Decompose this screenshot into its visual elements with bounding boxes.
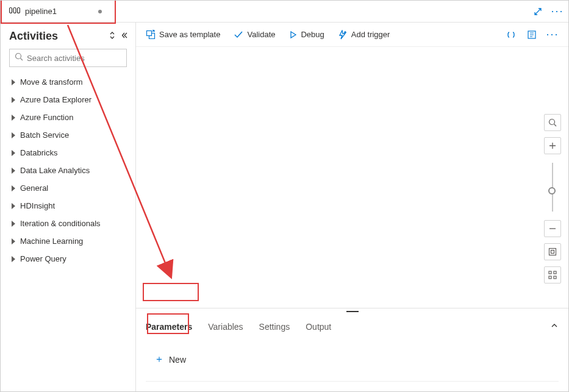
validate-button[interactable]: Validate: [234, 30, 275, 40]
activity-group-machine-learning[interactable]: Machine Learning: [5, 232, 131, 250]
svg-rect-1: [13, 8, 16, 13]
activity-label: Data Lake Analytics: [20, 166, 90, 175]
new-button-label: New: [169, 355, 186, 365]
tab-variables[interactable]: Variables: [208, 319, 243, 334]
debug-label: Debug: [301, 30, 324, 39]
caret-right-icon: [12, 185, 15, 191]
svg-rect-0: [10, 8, 12, 13]
pipeline-icon: [9, 6, 20, 16]
caret-right-icon: [12, 256, 15, 262]
activity-label: Batch Service: [20, 130, 69, 140]
add-trigger-button[interactable]: Add trigger: [338, 30, 390, 40]
unsaved-dot-icon: [98, 10, 102, 13]
svg-rect-9: [549, 271, 551, 274]
properties-button[interactable]: [526, 29, 538, 41]
validate-label: Validate: [247, 30, 275, 39]
svg-rect-7: [549, 249, 556, 255]
tab-parameters[interactable]: Parameters: [146, 319, 192, 334]
activities-title: Activities: [1, 30, 135, 49]
ellipsis-icon: ···: [551, 5, 564, 18]
svg-point-6: [549, 119, 555, 125]
activity-label: Move & transform: [20, 77, 83, 87]
activity-group-databricks[interactable]: Databricks: [5, 144, 131, 162]
zoom-fit-button[interactable]: [544, 243, 561, 260]
pipeline-tab[interactable]: pipeline1: [1, 1, 110, 23]
collapse-sidebar-button[interactable]: [120, 30, 132, 43]
activity-label: Databricks: [20, 148, 57, 157]
zoom-slider[interactable]: [552, 163, 553, 212]
zoom-controls: [544, 114, 561, 283]
activity-label: Azure Data Explorer: [20, 95, 91, 104]
activity-group-power-query[interactable]: Power Query: [5, 250, 131, 268]
save-as-template-button[interactable]: Save as template: [146, 30, 220, 40]
pipeline-canvas[interactable]: [136, 47, 568, 308]
activities-title-label: Activities: [9, 30, 58, 43]
tab-more-button[interactable]: ···: [551, 5, 564, 18]
collapse-panel-button[interactable]: [550, 321, 559, 332]
activity-group-iteration-conditionals[interactable]: Iteration & conditionals: [5, 215, 131, 232]
activity-list: Move & transform Azure Data Explorer Azu…: [1, 73, 135, 268]
panel-resize-handle[interactable]: [146, 308, 559, 315]
add-trigger-label: Add trigger: [351, 30, 390, 39]
layout-button[interactable]: [544, 266, 561, 283]
expand-pane-button[interactable]: [532, 5, 544, 18]
svg-rect-2: [18, 8, 20, 13]
activity-label: Iteration & conditionals: [20, 219, 101, 228]
activity-group-hdinsight[interactable]: HDInsight: [5, 197, 131, 215]
caret-right-icon: [12, 150, 15, 156]
canvas-toolbar: Save as template Validate Debug Add trig…: [136, 23, 568, 47]
tab-bar: pipeline1 ···: [1, 1, 568, 23]
plus-icon: ＋: [154, 353, 164, 366]
activities-sidebar: Activities Move & transform Azure Data E…: [1, 23, 136, 391]
caret-right-icon: [12, 238, 15, 244]
canvas-more-button[interactable]: ···: [546, 29, 559, 41]
caret-right-icon: [12, 79, 15, 85]
properties-panel: Parameters Variables Settings Output ＋ N…: [136, 308, 568, 391]
activity-label: Machine Learning: [20, 237, 83, 246]
svg-rect-10: [554, 271, 556, 274]
caret-right-icon: [12, 132, 15, 138]
caret-right-icon: [12, 97, 15, 103]
pipeline-canvas-area: Save as template Validate Debug Add trig…: [136, 23, 568, 391]
svg-rect-4: [147, 30, 152, 35]
code-view-button[interactable]: [505, 29, 517, 41]
search-activities-box[interactable]: [9, 49, 127, 67]
tab-output[interactable]: Output: [306, 319, 331, 334]
activity-group-batch-service[interactable]: Batch Service: [5, 126, 131, 144]
new-parameter-button[interactable]: ＋ New: [146, 349, 195, 370]
activity-group-azure-data-explorer[interactable]: Azure Data Explorer: [5, 91, 131, 109]
zoom-in-button[interactable]: [544, 137, 561, 154]
search-icon: [15, 52, 23, 63]
activity-label: Power Query: [20, 254, 66, 263]
tab-settings[interactable]: Settings: [259, 319, 290, 334]
svg-rect-11: [549, 276, 551, 279]
activity-group-move-transform[interactable]: Move & transform: [5, 73, 131, 91]
zoom-out-button[interactable]: [544, 220, 561, 237]
panel-tab-strip: Parameters Variables Settings Output: [146, 315, 559, 339]
svg-rect-12: [554, 276, 556, 279]
activity-label: HDInsight: [20, 201, 55, 210]
pipeline-tab-title: pipeline1: [25, 7, 57, 16]
panel-divider: [146, 381, 559, 382]
activity-label: Azure Function: [20, 113, 73, 122]
caret-right-icon: [12, 221, 15, 227]
activity-group-azure-function[interactable]: Azure Function: [5, 109, 131, 126]
save-as-template-label: Save as template: [159, 30, 220, 39]
caret-right-icon: [12, 203, 15, 209]
activity-group-data-lake-analytics[interactable]: Data Lake Analytics: [5, 162, 131, 179]
caret-right-icon: [12, 168, 15, 174]
canvas-search-button[interactable]: [544, 114, 561, 131]
expand-all-button[interactable]: [106, 30, 118, 43]
debug-button[interactable]: Debug: [288, 30, 324, 39]
zoom-thumb[interactable]: [548, 187, 556, 194]
svg-point-3: [16, 54, 21, 59]
caret-right-icon: [12, 115, 15, 121]
activity-group-general[interactable]: General: [5, 179, 131, 197]
search-activities-input[interactable]: [27, 54, 129, 63]
activity-label: General: [20, 184, 48, 193]
svg-rect-8: [551, 251, 554, 254]
ellipsis-icon: ···: [546, 28, 559, 41]
